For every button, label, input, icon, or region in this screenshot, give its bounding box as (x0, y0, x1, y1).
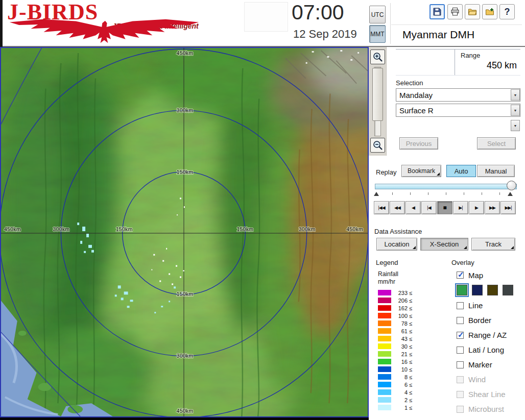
legend-leq-sign: ≤ (409, 351, 412, 357)
open-file-button[interactable] (465, 4, 480, 19)
data-assistance-button[interactable]: Track (471, 238, 515, 251)
legend-row: 8 ≤ (378, 373, 412, 381)
save-button[interactable] (429, 4, 445, 19)
legend-color-swatch (378, 382, 391, 387)
overlay-item[interactable]: Marker (457, 357, 507, 372)
checkbox-icon[interactable] (457, 361, 464, 368)
replay-mode-button[interactable]: Bookmark (401, 165, 441, 177)
legend-leq-sign: ≤ (409, 389, 412, 396)
replay-slider-handle[interactable] (507, 181, 516, 190)
previous-button[interactable]: Previous (399, 137, 438, 150)
playback-button[interactable]: ▶▶| (500, 201, 516, 214)
legend-leq-sign: ≤ (409, 320, 412, 327)
overlay-item[interactable]: Lati / Long (457, 342, 507, 357)
checkbox-icon[interactable] (457, 317, 464, 324)
overlay-item[interactable]: Microburst (457, 402, 507, 416)
data-assistance-button[interactable]: Location (376, 238, 417, 251)
map-color-swatch-button[interactable] (487, 285, 498, 295)
playback-button[interactable]: ▶| (453, 201, 468, 214)
slider-tick (446, 192, 446, 195)
playback-button[interactable]: |◀ (421, 201, 437, 214)
legend-color-swatch (378, 389, 391, 395)
checkbox-icon[interactable] (457, 271, 464, 279)
utc-toggle-button[interactable]: UTC (369, 6, 386, 23)
legend-value: 233 (391, 290, 408, 296)
dropdown-arrow-button[interactable]: ▼ (511, 120, 520, 131)
range-label: Range (461, 52, 480, 59)
replay-mode-button[interactable]: Manual (477, 165, 515, 177)
dropdown-value[interactable]: Surface R (396, 104, 520, 117)
selection-dropdown[interactable]: Mandalay ▼ (396, 88, 520, 102)
ring-label: 150km (177, 169, 194, 175)
export-button[interactable] (482, 4, 497, 19)
legend-row: 30 ≤ (378, 342, 412, 350)
checkbox-icon[interactable] (457, 391, 464, 398)
replay-timeline-slider[interactable] (375, 184, 517, 189)
legend-leq-sign: ≤ (409, 313, 412, 319)
map-canvas[interactable]: 450km 300km 150km 150km 300km 450km 450k… (1, 48, 368, 416)
zoom-slider-thumb[interactable] (372, 68, 383, 121)
legend-leq-sign: ≤ (409, 359, 412, 365)
legend-value: 16 (391, 359, 408, 365)
playback-button[interactable]: ◀◀ (390, 201, 405, 214)
overlay-item[interactable]: Shear Line (457, 387, 507, 402)
legend-leq-sign: ≤ (409, 336, 412, 342)
overlay-item-label: Microburst (468, 405, 504, 413)
overlay-items: Line Border Range / AZ Lati / Long (457, 298, 507, 416)
legend-color-swatch (378, 397, 391, 403)
dropdown-arrow-button[interactable]: ▼ (511, 105, 520, 116)
map-color-swatch-button[interactable] (503, 285, 513, 295)
selection-dropdown[interactable]: Surface R ▼ (396, 104, 520, 117)
legend-color-swatch (378, 328, 391, 334)
overlay-item[interactable]: Wind (457, 372, 507, 387)
checkbox-icon[interactable] (457, 376, 464, 383)
mmt-toggle-button[interactable]: MMT (369, 25, 386, 43)
playback-button[interactable]: ◀ (405, 201, 421, 214)
legend-value: 78 (391, 320, 408, 327)
select-button[interactable]: Select (477, 137, 516, 150)
slider-tick (428, 192, 428, 195)
checkbox-icon[interactable] (457, 332, 464, 339)
replay-mode-button[interactable]: Auto (446, 165, 476, 177)
legend-row: 43 ≤ (378, 335, 412, 342)
dropdown-value[interactable] (396, 119, 520, 132)
checkbox-icon[interactable] (457, 406, 464, 413)
playback-button[interactable]: ■ (437, 201, 452, 214)
playback-button[interactable]: ▶ (469, 201, 484, 214)
checkbox-icon[interactable] (457, 347, 464, 354)
overlay-item[interactable]: Line (457, 298, 507, 313)
chevron-down-icon: ▼ (514, 109, 517, 112)
overlay-item-map[interactable]: Map (457, 268, 483, 282)
playback-button[interactable]: |◀◀ (374, 201, 389, 214)
overlay-item[interactable]: Range / AZ (457, 328, 507, 342)
range-value: 450 km (455, 60, 517, 71)
legend-value: 10 (391, 366, 408, 373)
print-button[interactable] (447, 4, 463, 19)
checkbox-icon[interactable] (457, 302, 464, 309)
legend-row: 10 ≤ (378, 365, 412, 373)
overlay-item-label: Wind (468, 375, 486, 384)
dropdown-value[interactable]: Mandalay (396, 88, 520, 102)
data-assistance-buttons: Location X-Section Track (376, 238, 515, 251)
ring-label: 300km (177, 353, 194, 359)
legend-leq-sign: ≤ (409, 366, 412, 373)
help-button[interactable]: ? (499, 4, 515, 19)
zoom-in-button[interactable] (370, 50, 385, 64)
legend-value: 61 (391, 328, 408, 334)
dropdown-arrow-button[interactable]: ▼ (511, 89, 520, 101)
radar-map[interactable]: 450km 300km 150km 150km 300km 450km 450k… (0, 47, 369, 417)
playback-button[interactable]: ▶▶ (485, 201, 500, 214)
map-color-swatch-button[interactable] (457, 285, 467, 295)
legend-title: Rainfall mm/hr (378, 270, 398, 286)
selection-dropdown[interactable]: ▼ (396, 119, 520, 132)
replay-mode-buttons: Bookmark Auto Manual (401, 165, 515, 177)
zoom-out-button[interactable] (370, 138, 385, 153)
selection-label: Selection (396, 79, 423, 87)
overlay-item[interactable]: Border (457, 313, 507, 328)
map-color-swatch-button[interactable] (472, 285, 483, 295)
legend-leq-sign: ≤ (409, 328, 412, 334)
legend-value: 100 (391, 313, 408, 319)
legend-color-swatch (378, 320, 391, 326)
selection-combos: Mandalay ▼ Surface R ▼ ▼ (396, 88, 520, 134)
data-assistance-button[interactable]: X-Section (420, 238, 468, 251)
